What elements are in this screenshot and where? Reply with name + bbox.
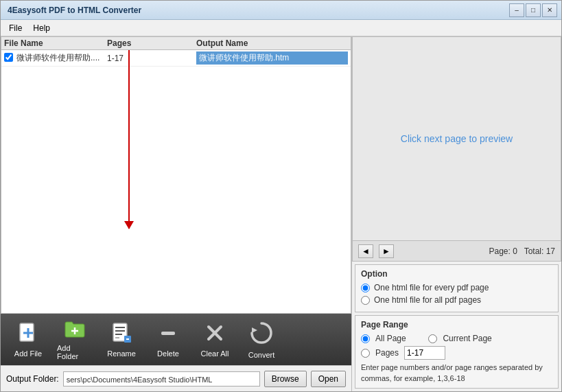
file-list-header: File Name Pages Output Name (1, 37, 351, 50)
pages-input[interactable] (404, 346, 445, 360)
file-name-cell: 微讲师软件使用帮助.... (16, 52, 107, 64)
options-title: Option (361, 269, 552, 279)
page-number: Page: 0 (489, 246, 517, 256)
options-section: Option One html file for every pdf page … (355, 264, 559, 312)
svg-rect-6 (115, 327, 125, 328)
add-file-label: Add File (14, 349, 42, 358)
file-list-inner: 微讲师软件使用帮助.... 1-17 微讲师软件使用帮助.htm (1, 50, 351, 313)
option-label-1: One html file for every pdf page (374, 283, 489, 292)
file-pages-cell: 1-17 (107, 54, 196, 63)
browse-button[interactable]: Browse (264, 371, 307, 387)
output-row: Output Folder: sers\pc\Documents\4Easyso… (1, 365, 351, 391)
add-folder-button[interactable]: Add Folder (54, 317, 95, 362)
delete-label: Delete (157, 349, 179, 358)
menu-bar: File Help (1, 20, 561, 36)
option-radio-1[interactable] (361, 284, 370, 292)
add-folder-svg (64, 319, 86, 338)
svg-rect-12 (161, 332, 175, 335)
preview-area: Click next page to preview (352, 36, 561, 241)
total-pages: Total: 17 (524, 246, 555, 256)
convert-label: Convert (248, 351, 275, 359)
left-panel: File Name Pages Output Name 微讲师软件使用帮助...… (1, 36, 352, 391)
current-page-radio[interactable] (428, 334, 437, 343)
convert-button[interactable]: Convert (241, 317, 282, 362)
convert-icon (249, 321, 274, 348)
red-arrow-indicator (128, 50, 130, 229)
toolbar: Add File Add Folder (1, 314, 351, 365)
col-pages-header: Pages (107, 38, 196, 48)
menu-file[interactable]: File (3, 22, 27, 34)
pages-radio[interactable] (361, 349, 370, 358)
output-folder-label: Output Folder: (6, 374, 59, 384)
menu-help[interactable]: Help (27, 22, 56, 34)
add-folder-icon (64, 319, 86, 341)
option-label-2: One html file for all pdf pages (374, 295, 481, 305)
add-folder-label: Add Folder (57, 344, 93, 360)
title-bar: 4Easysoft PDF to HTML Converter – □ ✕ (1, 1, 561, 20)
file-list-body[interactable]: 微讲师软件使用帮助.... 1-17 微讲师软件使用帮助.htm (1, 50, 351, 313)
right-panel: Click next page to preview ◄ ► Page: 0 T… (352, 36, 561, 391)
delete-svg (157, 322, 179, 344)
delete-button[interactable]: Delete (148, 317, 189, 362)
page-range-row-2: Pages (361, 346, 552, 360)
rename-label: Rename (107, 349, 136, 358)
page-range-section: Page Range All Page Current Page Pages E… (355, 315, 559, 389)
main-window: 4Easysoft PDF to HTML Converter – □ ✕ Fi… (0, 0, 562, 392)
window-title: 4Easysoft PDF to HTML Converter (8, 5, 141, 15)
file-output-cell[interactable]: 微讲师软件使用帮助.htm (196, 51, 348, 65)
all-page-radio[interactable] (361, 334, 370, 343)
clear-all-button[interactable]: Clear All (194, 317, 235, 362)
restore-button[interactable]: □ (526, 3, 541, 17)
clear-all-svg (204, 322, 226, 344)
page-hint: Enter page numbers and/or page ranges se… (361, 362, 552, 384)
add-file-button[interactable]: Add File (8, 317, 49, 362)
svg-marker-15 (252, 327, 257, 333)
output-path-display: sers\pc\Documents\4Easysoft Studio\HTML (63, 371, 260, 387)
add-file-svg (17, 322, 39, 344)
convert-svg (249, 321, 274, 345)
file-checkbox[interactable] (4, 53, 13, 62)
rename-button[interactable]: Rename (101, 317, 142, 362)
table-row[interactable]: 微讲师软件使用帮助.... 1-17 微讲师软件使用帮助.htm (1, 50, 351, 67)
svg-rect-7 (115, 330, 125, 332)
svg-rect-9 (115, 337, 119, 338)
prev-page-button[interactable]: ◄ (358, 244, 373, 258)
current-page-label: Current Page (443, 334, 491, 343)
close-button[interactable]: ✕ (542, 3, 557, 17)
all-page-label: All Page (375, 334, 406, 343)
rename-svg (110, 322, 132, 344)
file-list-container: File Name Pages Output Name 微讲师软件使用帮助...… (1, 36, 351, 314)
option-row-1: One html file for every pdf page (361, 283, 552, 292)
navigation-bar: ◄ ► Page: 0 Total: 17 (352, 241, 561, 262)
row-checkbox[interactable] (4, 53, 16, 64)
preview-text: Click next page to preview (401, 133, 513, 144)
rename-icon (110, 322, 132, 347)
option-row-2: One html file for all pdf pages (361, 295, 552, 305)
page-range-row-1: All Page Current Page (361, 334, 552, 343)
svg-rect-8 (115, 334, 122, 335)
col-filename-header: File Name (4, 38, 107, 48)
minimize-button[interactable]: – (509, 3, 524, 17)
main-content: File Name Pages Output Name 微讲师软件使用帮助...… (1, 36, 561, 391)
page-info: Page: 0 Total: 17 (399, 246, 555, 256)
col-output-header: Output Name (196, 38, 348, 48)
clear-all-icon (204, 322, 226, 347)
pages-label: Pages (375, 348, 399, 358)
option-radio-2[interactable] (361, 296, 370, 305)
add-file-icon (17, 322, 39, 347)
open-button[interactable]: Open (311, 371, 346, 387)
page-range-title: Page Range (361, 320, 552, 330)
window-controls: – □ ✕ (509, 3, 557, 17)
clear-all-label: Clear All (201, 349, 229, 358)
delete-icon (157, 322, 179, 347)
next-page-button[interactable]: ► (379, 244, 394, 258)
